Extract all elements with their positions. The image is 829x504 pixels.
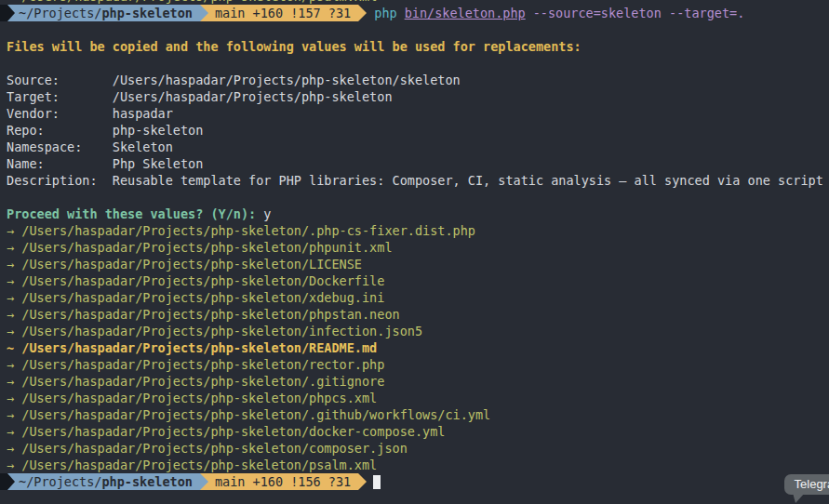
file-path: /Users/haspadar/Projects/php-skeleton/Do… bbox=[21, 273, 384, 288]
kv-label: Namespace: bbox=[7, 139, 113, 155]
cwd-prefix: ~/Projects/ bbox=[19, 6, 101, 20]
powerline-separator-icon bbox=[200, 473, 208, 490]
cwd-name: php-skeleton bbox=[101, 6, 193, 20]
powerline-separator-icon bbox=[358, 473, 367, 490]
command-script-path: bin/skeleton.php bbox=[405, 6, 526, 20]
kv-label: Vendor: bbox=[7, 105, 113, 122]
file-row: →/Users/haspadar/Projects/php-skeleton/d… bbox=[0, 423, 829, 440]
blank-line bbox=[0, 55, 829, 72]
file-path: /Users/haspadar/Projects/php-skeleton/.g… bbox=[21, 407, 490, 422]
file-path: /Users/haspadar/Projects/php-skeleton/.g… bbox=[21, 374, 384, 389]
file-path: /Users/haspadar/Projects/php-skeleton/re… bbox=[21, 357, 384, 372]
scrollback-partial-text: → /Users/haspadar/Projects/php-skeleton/… bbox=[0, 0, 829, 5]
blank-line bbox=[0, 21, 829, 38]
file-path: /Users/haspadar/Projects/php-skeleton/do… bbox=[21, 424, 445, 439]
kv-label: Source: bbox=[7, 72, 113, 88]
kv-value: haspadar bbox=[113, 106, 173, 121]
powerline-separator-icon bbox=[7, 5, 15, 21]
file-row: →/Users/haspadar/Projects/php-skeleton/r… bbox=[0, 356, 829, 373]
file-path: /Users/haspadar/Projects/php-skeleton/in… bbox=[21, 324, 422, 338]
prompt-left-cap bbox=[0, 5, 7, 21]
cwd-segment: ~/Projects/php-skeleton bbox=[15, 5, 200, 21]
file-path: /Users/haspadar/Projects/php-skeleton/.p… bbox=[21, 223, 475, 238]
kv-label: Target: bbox=[7, 88, 113, 105]
file-marker: → bbox=[7, 239, 21, 256]
command-args: --source=skeleton --target=. bbox=[533, 6, 745, 20]
file-row: →/Users/haspadar/Projects/php-skeleton/.… bbox=[0, 406, 829, 423]
terminal-window: → /Users/haspadar/Projects/php-skeleton/… bbox=[0, 0, 829, 504]
blank-line bbox=[0, 189, 829, 206]
powerline-separator-icon bbox=[358, 5, 367, 21]
scrollback-partial-line: → /Users/haspadar/Projects/php-skeleton/… bbox=[0, 0, 829, 5]
cwd-name: php-skeleton bbox=[101, 474, 193, 489]
cwd-prefix: ~/Projects/ bbox=[19, 474, 101, 489]
git-status-segment: main +160 !157 ?31 bbox=[208, 5, 358, 21]
file-marker: → bbox=[7, 289, 21, 306]
command-program: php bbox=[374, 6, 396, 20]
file-marker: → bbox=[7, 323, 21, 339]
file-row: →/Users/haspadar/Projects/php-skeleton/p… bbox=[0, 390, 829, 406]
powerline-separator-icon bbox=[200, 5, 208, 21]
file-path: /Users/haspadar/Projects/php-skeleton/ph… bbox=[21, 240, 392, 255]
confirm-answer: y bbox=[263, 206, 271, 221]
powerline-separator-icon bbox=[7, 473, 15, 490]
file-marker: → bbox=[7, 272, 21, 289]
file-row: →/Users/haspadar/Projects/php-skeleton/D… bbox=[0, 272, 829, 289]
prompt-line-top: ~/Projects/php-skeleton main +160 !157 ?… bbox=[0, 5, 829, 21]
file-path: /Users/haspadar/Projects/php-skeleton/ps… bbox=[21, 458, 377, 472]
kv-value: php-skeleton bbox=[113, 123, 204, 138]
kv-row-namespace: Namespace:Skeleton bbox=[0, 139, 829, 155]
terminal-cursor[interactable] bbox=[373, 475, 381, 489]
file-marker: → bbox=[7, 457, 21, 473]
file-row: →/Users/haspadar/Projects/php-skeleton/.… bbox=[0, 373, 829, 390]
kv-label: Repo: bbox=[7, 122, 113, 139]
file-row: →/Users/haspadar/Projects/php-skeleton/p… bbox=[0, 306, 829, 323]
file-marker: → bbox=[7, 390, 21, 406]
command-text: phpbin/skeleton.php--source=skeleton --t… bbox=[374, 5, 744, 21]
file-path: /Users/haspadar/Projects/php-skeleton/xd… bbox=[21, 290, 384, 305]
file-row-modified: ~/Users/haspadar/Projects/php-skeleton/R… bbox=[0, 339, 829, 356]
file-marker: → bbox=[7, 406, 21, 423]
kv-label: Description: bbox=[7, 172, 113, 189]
kv-row-name: Name:Php Skeleton bbox=[0, 155, 829, 172]
kv-row-source: Source:/Users/haspadar/Projects/php-skel… bbox=[0, 72, 829, 88]
file-marker: → bbox=[7, 373, 21, 390]
file-row: →/Users/haspadar/Projects/php-skeleton/c… bbox=[0, 440, 829, 457]
replacements-heading: Files will be copied and the following v… bbox=[0, 38, 829, 55]
file-row: →/Users/haspadar/Projects/php-skeleton/L… bbox=[0, 256, 829, 272]
prompt-line-bottom[interactable]: ~/Projects/php-skeleton main +160 !156 ?… bbox=[0, 473, 829, 490]
kv-row-description: Description:Reusable template for PHP li… bbox=[0, 172, 829, 189]
prompt-left-cap bbox=[0, 473, 7, 490]
file-row: →/Users/haspadar/Projects/php-skeleton/p… bbox=[0, 239, 829, 256]
confirm-line: Proceed with these values? (Y/n):y bbox=[0, 206, 829, 222]
kv-value: /Users/haspadar/Projects/php-skeleton/sk… bbox=[113, 73, 461, 87]
file-marker: → bbox=[7, 306, 21, 323]
kv-value: Reusable template for PHP libraries: Com… bbox=[113, 173, 823, 188]
kv-row-target: Target:/Users/haspadar/Projects/php-skel… bbox=[0, 88, 829, 105]
kv-value: Skeleton bbox=[113, 139, 173, 154]
kv-value: Php Skeleton bbox=[113, 156, 204, 171]
kv-value: /Users/haspadar/Projects/php-skeleton bbox=[113, 89, 393, 104]
file-marker: ~ bbox=[7, 339, 21, 356]
file-row: →/Users/haspadar/Projects/php-skeleton/x… bbox=[0, 289, 829, 306]
confirm-question: Proceed with these values? (Y/n): bbox=[7, 206, 256, 221]
file-row: →/Users/haspadar/Projects/php-skeleton/i… bbox=[0, 323, 829, 339]
kv-label: Name: bbox=[7, 155, 113, 172]
file-path: /Users/haspadar/Projects/php-skeleton/ph… bbox=[21, 391, 377, 405]
file-path: /Users/haspadar/Projects/php-skeleton/LI… bbox=[21, 257, 362, 272]
file-row: →/Users/haspadar/Projects/php-skeleton/.… bbox=[0, 222, 829, 239]
kv-row-vendor: Vendor:haspadar bbox=[0, 105, 829, 122]
file-path: /Users/haspadar/Projects/php-skeleton/co… bbox=[21, 441, 408, 456]
cwd-segment: ~/Projects/php-skeleton bbox=[15, 473, 200, 490]
file-marker: → bbox=[7, 423, 21, 440]
git-status-segment: main +160 !156 ?31 bbox=[208, 473, 358, 490]
file-marker: → bbox=[7, 356, 21, 373]
file-marker: → bbox=[7, 222, 21, 239]
kv-row-repo: Repo:php-skeleton bbox=[0, 122, 829, 139]
file-path: /Users/haspadar/Projects/php-skeleton/RE… bbox=[21, 340, 377, 355]
file-marker: → bbox=[7, 440, 21, 457]
dock-tooltip: Telegram bbox=[784, 474, 829, 495]
file-marker: → bbox=[7, 256, 21, 272]
file-row: →/Users/haspadar/Projects/php-skeleton/p… bbox=[0, 457, 829, 473]
file-path: /Users/haspadar/Projects/php-skeleton/ph… bbox=[21, 307, 399, 322]
